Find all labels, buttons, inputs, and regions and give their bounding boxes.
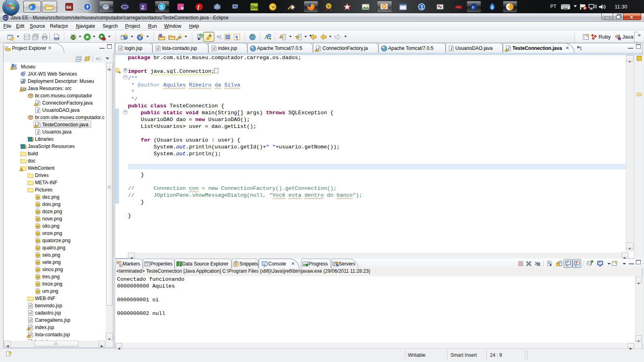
svg-text:V: V <box>327 4 331 8</box>
svg-text:e: e <box>4 16 6 20</box>
svg-text:¶: ¶ <box>235 35 238 40</box>
svg-text:1: 1 <box>421 4 424 10</box>
svg-text:64: 64 <box>66 5 72 10</box>
svg-text:Z: Z <box>141 4 144 10</box>
svg-text:e: e <box>472 4 474 10</box>
svg-text:010: 010 <box>55 37 58 39</box>
svg-text:S: S <box>160 4 164 10</box>
svg-text:W: W <box>272 5 276 9</box>
svg-text:Dw: Dw <box>251 5 258 10</box>
svg-text:e: e <box>30 4 32 10</box>
